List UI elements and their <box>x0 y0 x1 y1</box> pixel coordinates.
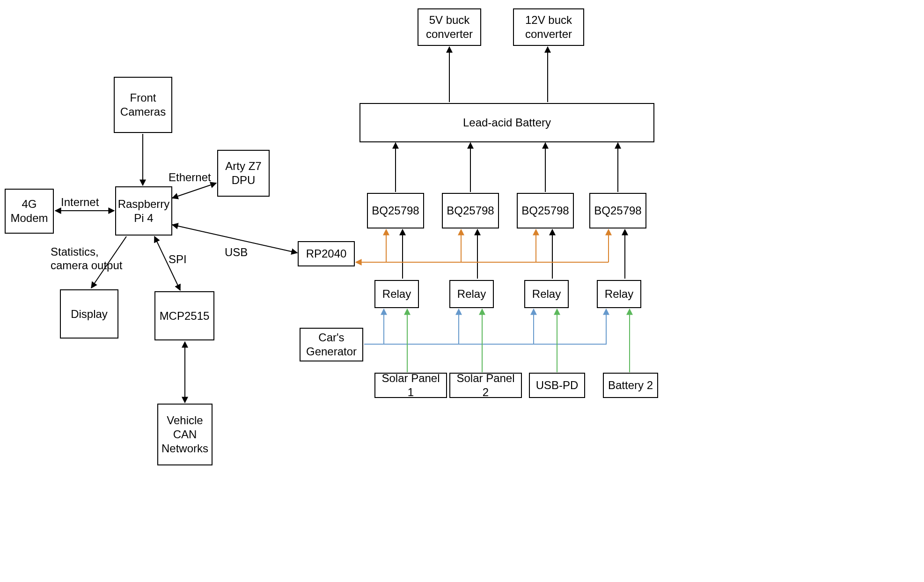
node-buck-12v: 12V buck converter <box>513 8 584 46</box>
node-relay-1: Relay <box>374 280 419 308</box>
node-solar-panel-1: Solar Panel 1 <box>374 373 447 398</box>
node-rp2040: RP2040 <box>298 241 355 266</box>
node-buck-5v: 5V buck converter <box>418 8 481 46</box>
text-relay-1: Relay <box>382 287 411 301</box>
text-usb-pd: USB-PD <box>536 378 579 392</box>
text-vehicle-can: Vehicle CAN Networks <box>160 413 210 456</box>
text-bq-1: BQ25798 <box>372 204 419 218</box>
text-bq-4: BQ25798 <box>594 204 641 218</box>
label-usb: USB <box>225 246 248 259</box>
text-solar-panel-1: Solar Panel 1 <box>377 371 444 399</box>
text-mcp2515: MCP2515 <box>160 309 210 323</box>
text-rp2040: RP2040 <box>306 247 347 261</box>
text-solar-panel-2: Solar Panel 2 <box>452 371 519 399</box>
text-battery-2: Battery 2 <box>608 378 653 392</box>
node-relay-2: Relay <box>449 280 494 308</box>
label-internet: Internet <box>61 196 99 209</box>
label-spi: SPI <box>169 253 187 266</box>
text-raspberry-pi: Raspberry Pi 4 <box>118 197 170 225</box>
node-bq-1: BQ25798 <box>367 193 424 228</box>
node-raspberry-pi: Raspberry Pi 4 <box>115 186 172 236</box>
node-bq-3: BQ25798 <box>517 193 574 228</box>
text-bq-3: BQ25798 <box>521 204 569 218</box>
node-relay-3: Relay <box>524 280 569 308</box>
node-mcp2515: MCP2515 <box>154 291 214 340</box>
node-bq-4: BQ25798 <box>589 193 646 228</box>
node-front-cameras: Front Cameras <box>114 77 172 133</box>
text-lead-acid: Lead-acid Battery <box>463 116 551 130</box>
text-display: Display <box>71 307 108 321</box>
node-relay-4: Relay <box>597 280 641 308</box>
node-display: Display <box>60 289 118 339</box>
node-car-generator: Car's Generator <box>300 328 363 361</box>
node-usb-pd: USB-PD <box>529 373 585 398</box>
text-buck-5v: 5V buck converter <box>420 13 478 41</box>
node-lead-acid-battery: Lead-acid Battery <box>359 103 654 142</box>
node-bq-2: BQ25798 <box>442 193 499 228</box>
node-battery-2: Battery 2 <box>603 373 658 398</box>
text-4g-modem: 4G Modem <box>7 197 51 225</box>
text-front-cameras: Front Cameras <box>117 91 169 119</box>
text-relay-2: Relay <box>457 287 486 301</box>
text-bq-2: BQ25798 <box>447 204 494 218</box>
node-solar-panel-2: Solar Panel 2 <box>449 373 522 398</box>
node-4g-modem: 4G Modem <box>5 189 54 234</box>
text-relay-3: Relay <box>532 287 561 301</box>
text-arty-z7: Arty Z7 DPU <box>220 159 267 187</box>
node-arty-z7: Arty Z7 DPU <box>217 150 270 197</box>
text-relay-4: Relay <box>605 287 633 301</box>
label-stats: Statistics, camera output <box>51 245 125 273</box>
label-ethernet: Ethernet <box>169 171 211 184</box>
svg-line-2 <box>172 183 216 198</box>
node-vehicle-can: Vehicle CAN Networks <box>157 404 213 465</box>
text-car-generator: Car's Generator <box>302 331 360 359</box>
text-buck-12v: 12V buck converter <box>516 13 581 41</box>
